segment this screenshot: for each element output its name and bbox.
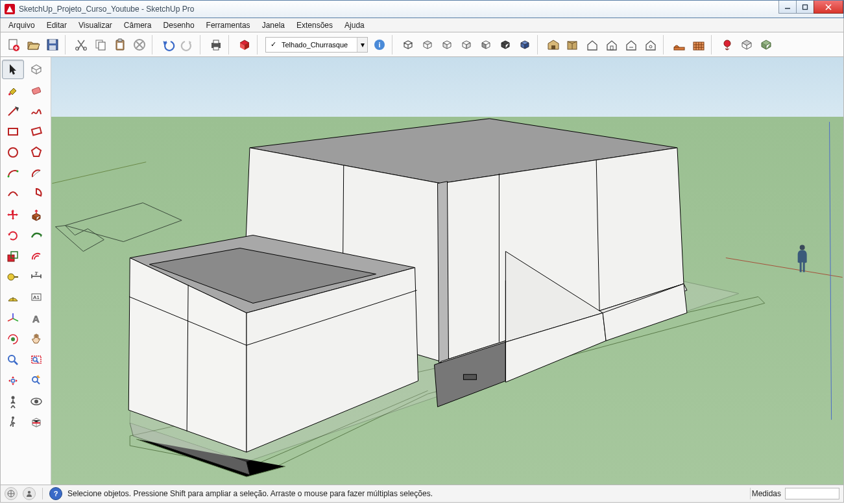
svg-point-46 — [12, 396, 15, 400]
orbit-tool[interactable] — [2, 330, 24, 349]
back-view-button[interactable] — [477, 36, 495, 54]
sandbox2-button[interactable] — [690, 36, 708, 54]
side-toolbar: 3' A1 A — [1, 57, 51, 485]
arc-tool[interactable] — [2, 163, 24, 183]
house3-button[interactable] — [622, 36, 640, 54]
house4-button[interactable] — [642, 36, 660, 54]
menu-visualizar[interactable]: Visualizar — [73, 19, 117, 31]
house1-button[interactable] — [583, 36, 601, 54]
warehouse-button[interactable] — [544, 36, 562, 54]
previous-view-tool[interactable] — [25, 371, 47, 390]
select-tool[interactable] — [2, 60, 24, 79]
print-button[interactable] — [207, 36, 225, 54]
undo-button[interactable] — [159, 36, 177, 54]
svg-rect-13 — [117, 43, 123, 49]
window-title: SketchUp_Projeto_Curso_Youtube - SketchU… — [19, 5, 194, 14]
credits-status-icon[interactable] — [23, 487, 36, 500]
top-view-button[interactable] — [418, 36, 437, 54]
iso-view-button[interactable] — [399, 36, 417, 54]
zoom-tool[interactable] — [2, 350, 24, 370]
walk-tool[interactable] — [2, 413, 24, 432]
model-info-button[interactable] — [235, 36, 254, 54]
geo2-button[interactable] — [738, 36, 756, 54]
copy-button[interactable] — [91, 36, 110, 54]
pie-tool[interactable] — [25, 184, 47, 204]
rotated-rect-tool[interactable] — [25, 122, 47, 141]
position-camera-tool[interactable] — [2, 392, 24, 411]
svg-rect-29 — [32, 127, 42, 135]
minimize-button[interactable] — [778, 1, 797, 14]
shaded-view-button[interactable] — [516, 36, 534, 54]
delete-button[interactable] — [130, 36, 149, 54]
geo-status-icon[interactable] — [5, 487, 18, 500]
followme-tool[interactable] — [25, 226, 47, 245]
zoomextents-tool[interactable] — [2, 371, 24, 390]
layer-dropdown-arrow-icon[interactable]: ▾ — [357, 38, 367, 52]
pushpull-tool[interactable] — [25, 205, 47, 224]
menu-desenho[interactable]: Desenho — [158, 19, 200, 31]
rotate-tool[interactable] — [2, 226, 24, 245]
menu-ajuda[interactable]: Ajuda — [339, 19, 370, 31]
left-view-button[interactable] — [496, 36, 514, 54]
workspace: 3' A1 A — [0, 57, 844, 485]
menu-janela[interactable]: Janela — [257, 19, 290, 31]
paint-tool[interactable] — [2, 80, 24, 100]
close-button[interactable] — [814, 1, 843, 14]
save-file-button[interactable] — [43, 36, 62, 54]
new-file-button[interactable] — [5, 36, 23, 54]
protractor-tool[interactable] — [2, 288, 24, 307]
right-view-button[interactable] — [457, 36, 476, 54]
measurements-input[interactable] — [785, 488, 839, 499]
maximize-button[interactable] — [796, 1, 814, 14]
help-status-icon[interactable]: ? — [49, 487, 62, 500]
measurements-label: Medidas — [752, 489, 781, 498]
menu-extensoes[interactable]: Extensões — [291, 19, 338, 31]
svg-point-48 — [34, 400, 38, 403]
svg-rect-22 — [610, 46, 613, 50]
tape-tool[interactable] — [2, 267, 24, 287]
layer-manager-button[interactable]: i — [370, 36, 389, 54]
axes-tool[interactable] — [2, 309, 24, 328]
menu-ferramentas[interactable]: Ferramentas — [201, 19, 256, 31]
layer-dropdown[interactable]: ✓ ▾ — [265, 37, 368, 53]
viewport[interactable] — [51, 57, 843, 485]
section-tool[interactable] — [25, 413, 47, 432]
polygon-tool[interactable] — [25, 143, 47, 162]
dimension-tool[interactable]: 3' — [25, 267, 47, 287]
freehand-tool[interactable] — [25, 101, 47, 121]
eraser-tool[interactable] — [25, 80, 47, 100]
circle-tool[interactable] — [2, 143, 24, 162]
lookaround-tool[interactable] — [25, 392, 47, 411]
move-tool[interactable] — [2, 205, 24, 224]
cut-button[interactable] — [72, 36, 90, 54]
house2-button[interactable] — [603, 36, 621, 54]
layer-name-input[interactable] — [280, 41, 357, 49]
3dtext-tool[interactable]: A — [25, 309, 47, 328]
menu-arquivo[interactable]: Arquivo — [3, 19, 40, 31]
svg-rect-16 — [213, 40, 219, 43]
component-button[interactable] — [564, 36, 582, 54]
redo-button[interactable] — [178, 36, 197, 54]
pan-tool[interactable] — [25, 330, 47, 349]
arc3-tool[interactable] — [2, 184, 24, 204]
make-component-tool[interactable] — [25, 60, 47, 79]
arc2-tool[interactable] — [25, 163, 47, 183]
svg-point-26 — [724, 40, 730, 47]
svg-rect-17 — [213, 47, 219, 50]
menu-camera[interactable]: Câmera — [119, 19, 157, 31]
sandbox1-button[interactable] — [670, 36, 688, 54]
text-tool[interactable]: A1 — [25, 288, 47, 307]
line-tool[interactable] — [2, 101, 24, 121]
app-icon — [5, 4, 15, 14]
title-bar: SketchUp_Projeto_Curso_Youtube - SketchU… — [0, 0, 844, 18]
scale-tool[interactable] — [2, 246, 24, 266]
open-file-button[interactable] — [24, 36, 42, 54]
offset-tool[interactable] — [25, 246, 47, 266]
zoomwindow-tool[interactable] — [25, 350, 47, 370]
front-view-button[interactable] — [438, 36, 456, 54]
rectangle-tool[interactable] — [2, 122, 24, 141]
paste-button[interactable] — [111, 36, 129, 54]
geo3-button[interactable] — [757, 36, 775, 54]
geo1-button[interactable] — [718, 36, 736, 54]
menu-editar[interactable]: Editar — [42, 19, 72, 31]
